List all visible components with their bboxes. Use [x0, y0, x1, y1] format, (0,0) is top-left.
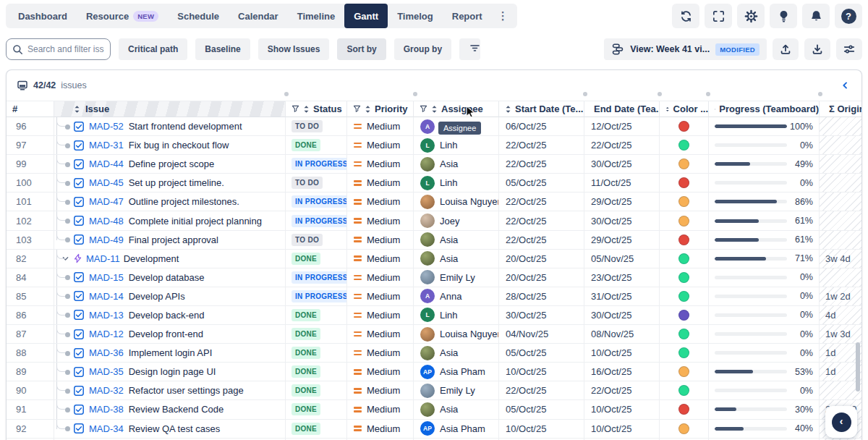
sync-button[interactable] [672, 4, 699, 28]
drag-handle[interactable] [65, 313, 70, 318]
assignee-cell[interactable]: Asia [414, 250, 499, 268]
status-cell[interactable]: DONE [286, 344, 347, 363]
issue-key[interactable]: MAD-49 [89, 234, 124, 245]
issue-cell[interactable]: MAD-13Develop back-end [54, 306, 286, 325]
progress-cell[interactable]: 0% [709, 136, 820, 155]
color-cell[interactable] [660, 174, 709, 192]
table-row[interactable]: 99MAD-44Define project scopeIN PROGRESSM… [7, 155, 861, 174]
vertical-scrollbar[interactable] [856, 342, 860, 392]
color-cell[interactable] [660, 211, 709, 230]
priority-cell[interactable]: Medium [347, 192, 414, 211]
show-issues-button[interactable]: Show Issues [258, 38, 330, 60]
original-estimate-cell[interactable]: 3w 4d [820, 250, 861, 268]
column-settings-button[interactable] [836, 38, 862, 60]
export-button[interactable] [773, 38, 799, 60]
issue-cell[interactable]: MAD-32Refactor user settings page [54, 381, 286, 400]
progress-cell[interactable]: 100% [709, 117, 820, 136]
end-date-cell[interactable]: 10/Oct/25 [584, 400, 660, 419]
progress-cell[interactable]: 0% [709, 306, 820, 325]
column-resize-handle[interactable] [284, 92, 289, 96]
original-estimate-cell[interactable] [820, 192, 861, 211]
status-cell[interactable]: IN PROGRESS [286, 155, 347, 174]
column-header-num[interactable]: # [7, 101, 54, 117]
original-estimate-cell[interactable]: 4d [820, 306, 861, 325]
filter-funnel-icon[interactable] [353, 105, 361, 113]
issue-key[interactable]: MAD-14 [89, 291, 124, 302]
progress-cell[interactable]: 61% [709, 231, 820, 250]
priority-cell[interactable]: Medium [347, 420, 414, 439]
issue-cell[interactable]: MAD-14Develop APIs [54, 287, 286, 306]
nav-item-report[interactable]: Report [443, 4, 492, 28]
original-estimate-cell[interactable] [820, 211, 861, 230]
column-header-assignee[interactable]: Assignee [414, 101, 499, 117]
drag-handle[interactable] [65, 143, 70, 148]
end-date-cell[interactable]: 30/Oct/25 [584, 306, 660, 325]
drag-handle[interactable] [65, 162, 70, 167]
color-cell[interactable] [660, 268, 709, 287]
original-estimate-cell[interactable] [820, 231, 861, 250]
issue-key[interactable]: MAD-12 [89, 329, 124, 339]
assignee-cell[interactable]: Asia [414, 400, 499, 419]
assignee-cell[interactable]: LLinh [414, 136, 499, 155]
drag-handle[interactable] [65, 219, 70, 224]
start-date-cell[interactable]: 22/Oct/25 [499, 136, 584, 155]
drag-handle[interactable] [65, 275, 70, 280]
issue-cell[interactable]: MAD-45Set up project timeline. [54, 174, 286, 192]
settings-button[interactable] [737, 4, 765, 28]
start-date-cell[interactable]: 22/Oct/25 [499, 192, 584, 211]
nav-item-timelog[interactable]: Timelog [388, 4, 443, 28]
column-header-status[interactable]: Status [286, 101, 347, 117]
filter-funnel-icon[interactable] [420, 105, 427, 113]
issue-cell[interactable]: MAD-48Complete initial project planning [54, 211, 286, 230]
end-date-cell[interactable]: 16/Oct/25 [584, 363, 660, 381]
assignee-cell[interactable]: Louisa Nguyen [414, 325, 499, 344]
sort-by-button[interactable]: Sort by [337, 38, 386, 60]
color-cell[interactable] [660, 287, 709, 306]
start-date-cell[interactable]: 22/Oct/25 [499, 211, 584, 230]
start-date-cell[interactable]: 05/Oct/25 [499, 344, 584, 363]
progress-cell[interactable]: 49% [709, 155, 820, 174]
start-date-cell[interactable]: 22/Oct/25 [499, 155, 584, 174]
start-date-cell[interactable]: 20/Oct/25 [499, 268, 584, 287]
help-button[interactable]: ? [835, 4, 862, 28]
column-resize-handle[interactable] [583, 92, 587, 96]
end-date-cell[interactable]: 08/Nov/25 [584, 325, 660, 344]
issue-key[interactable]: MAD-47 [89, 196, 124, 207]
status-cell[interactable]: DONE [286, 400, 347, 419]
status-cell[interactable]: IN PROGRESS [286, 287, 347, 306]
issue-key[interactable]: MAD-31 [89, 140, 124, 151]
end-date-cell[interactable]: 05/Nov/25 [584, 250, 660, 268]
nav-more-icon[interactable]: ⋮ [492, 9, 514, 22]
progress-cell[interactable]: 0% [709, 268, 820, 287]
issue-key[interactable]: MAD-15 [89, 272, 124, 283]
table-row[interactable]: 101MAD-47Outline project milestones.IN P… [7, 192, 861, 211]
issue-cell[interactable]: MAD-34Review QA test cases [54, 420, 286, 439]
column-header-end-date[interactable]: End Date (Tea... [584, 101, 660, 117]
column-header-priority[interactable]: Priority [347, 101, 414, 117]
drag-handle[interactable] [65, 294, 70, 299]
issue-key[interactable]: MAD-38 [89, 404, 124, 415]
start-date-cell[interactable]: 28/Oct/25 [499, 287, 584, 306]
priority-cell[interactable]: Medium [347, 231, 414, 250]
issue-key[interactable]: MAD-48 [89, 216, 124, 227]
color-cell[interactable] [660, 231, 709, 250]
issue-cell[interactable]: MAD-52Start frontend development [54, 117, 286, 136]
drag-handle[interactable] [65, 332, 70, 337]
table-row[interactable]: 103MAD-49Final project approvalTO DOMedi… [7, 231, 861, 250]
color-cell[interactable] [660, 117, 709, 136]
issue-key[interactable]: MAD-13 [89, 310, 124, 321]
issue-cell[interactable]: MAD-44Define project scope [54, 155, 286, 174]
color-cell[interactable] [660, 363, 709, 381]
start-date-cell[interactable]: 22/Oct/25 [499, 381, 584, 400]
issue-key[interactable]: MAD-34 [89, 423, 124, 434]
end-date-cell[interactable]: 10/Oct/25 [584, 344, 660, 363]
priority-cell[interactable]: Medium [347, 306, 414, 325]
assignee-cell[interactable]: AAnna [414, 287, 499, 306]
color-cell[interactable] [660, 325, 709, 344]
priority-cell[interactable]: Medium [347, 155, 414, 174]
assignee-cell[interactable]: APAsia Pham [414, 363, 499, 381]
assignee-cell[interactable]: Emily Ly [414, 381, 499, 400]
issue-key[interactable]: MAD-52 [89, 121, 124, 132]
progress-cell[interactable]: 86% [709, 192, 820, 211]
column-header-issue[interactable]: Issue [54, 101, 286, 117]
